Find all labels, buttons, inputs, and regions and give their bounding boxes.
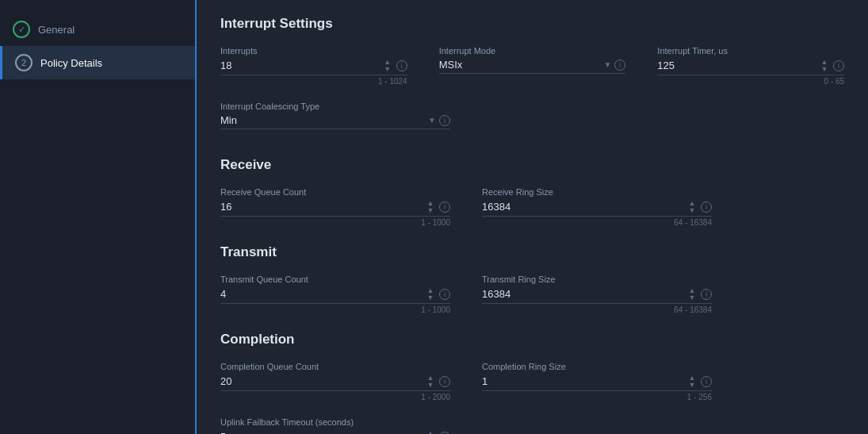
completion-ring-size-controls: ▲ ▼ i: [687, 374, 712, 388]
transmit-queue-count-range: 1 - 1000: [220, 305, 450, 314]
transmit-ring-size-up[interactable]: ▲: [687, 287, 697, 294]
receive-queue-count-input[interactable]: [220, 201, 426, 213]
uplink-failback-timeout-spinner[interactable]: ▲ ▼: [426, 430, 435, 434]
interrupt-coalescing-type-range: [220, 131, 450, 140]
transmit-ring-size-range: 64 - 16384: [482, 305, 712, 314]
uplink-failback-timeout-up[interactable]: ▲: [426, 430, 435, 434]
completion-ring-size-up[interactable]: ▲: [687, 374, 697, 381]
transmit-queue-count-input-row: ▲ ▼ i: [220, 287, 450, 304]
uplink-failback-timeout-info-icon[interactable]: i: [439, 432, 450, 435]
interrupt-timer-range: 0 - 65: [657, 77, 844, 86]
interrupt-timer-controls: ▲ ▼ i: [820, 59, 844, 72]
receive-ring-size-up[interactable]: ▲: [687, 200, 697, 206]
transmit-queue-count-spinner[interactable]: ▲ ▼: [426, 287, 435, 301]
completion-queue-count-up[interactable]: ▲: [426, 374, 435, 381]
receive-ring-size-input[interactable]: [482, 201, 687, 213]
completion-ring-size-info-icon[interactable]: i: [701, 376, 712, 387]
interrupt-timer-spinner[interactable]: ▲ ▼: [820, 59, 829, 72]
interrupts-input[interactable]: [220, 60, 383, 71]
completion-queue-count-input[interactable]: [220, 375, 426, 387]
interrupt-mode-input-row: MSIx MSI INTx ▼ i: [439, 59, 626, 74]
transmit-queue-count-down[interactable]: ▼: [426, 294, 435, 301]
receive-ring-size-group: Receive Ring Size ▲ ▼ i 64 - 16384: [482, 187, 712, 238]
receive-queue-count-down[interactable]: ▼: [426, 207, 435, 213]
transmit-ring-size-input[interactable]: [482, 288, 687, 300]
completion-ring-size-range: 1 - 256: [482, 393, 712, 401]
interrupt-mode-info-icon[interactable]: i: [614, 60, 625, 71]
transmit-row-1: Transmit Queue Count ▲ ▼ i 1 - 1000 Tran…: [220, 275, 844, 325]
completion-section: Completion Completion Queue Count ▲ ▼ i …: [220, 332, 844, 434]
interrupt-mode-group: Interrupt Mode MSIx MSI INTx ▼ i: [439, 46, 626, 97]
receive-ring-size-controls: ▲ ▼ i: [687, 200, 712, 213]
receive-queue-count-label: Receive Queue Count: [220, 187, 450, 197]
receive-queue-count-spinner[interactable]: ▲ ▼: [426, 200, 435, 213]
interrupt-mode-label: Interrupt Mode: [439, 46, 626, 56]
interrupt-timer-input[interactable]: [657, 60, 820, 71]
completion-row-2: Uplink Failback Timeout (seconds) ▲ ▼ i …: [220, 417, 844, 434]
interrupt-timer-group: Interrupt Timer, us ▲ ▼ i 0 - 65: [657, 46, 844, 97]
interrupt-mode-dropdown-arrow: ▼: [603, 60, 611, 69]
completion-queue-count-label: Completion Queue Count: [220, 362, 450, 371]
interrupts-label: Interrupts: [220, 46, 407, 56]
interrupt-mode-range: [439, 75, 626, 84]
interrupts-group: Interrupts ▲ ▼ i 1 - 1024: [220, 46, 407, 97]
receive-ring-size-range: 64 - 16384: [482, 218, 712, 227]
receive-ring-size-spinner[interactable]: ▲ ▼: [687, 200, 697, 213]
interrupts-range: 1 - 1024: [220, 77, 407, 86]
interrupt-timer-label: Interrupt Timer, us: [657, 46, 844, 56]
completion-queue-count-input-row: ▲ ▼ i: [220, 374, 450, 391]
transmit-queue-count-up[interactable]: ▲: [426, 287, 435, 294]
uplink-failback-timeout-input[interactable]: [220, 431, 426, 434]
completion-queue-count-range: 1 - 2000: [220, 393, 450, 401]
transmit-ring-size-spinner[interactable]: ▲ ▼: [687, 287, 697, 301]
interrupt-coalescing-type-select[interactable]: Min Max Avg: [220, 114, 428, 126]
transmit-queue-count-input[interactable]: [220, 288, 426, 300]
uplink-failback-timeout-group: Uplink Failback Timeout (seconds) ▲ ▼ i …: [220, 417, 450, 434]
sidebar-item-policy-details[interactable]: 2 Policy Details: [0, 46, 195, 79]
interrupt-coalescing-type-label: Interrupt Coalescing Type: [220, 102, 450, 111]
sidebar: ✓ General 2 Policy Details: [0, 0, 197, 434]
receive-ring-size-input-row: ▲ ▼ i: [482, 200, 712, 217]
completion-queue-count-down[interactable]: ▼: [426, 382, 435, 388]
interrupts-info-icon[interactable]: i: [396, 60, 407, 71]
interrupt-timer-up-arrow[interactable]: ▲: [820, 59, 829, 65]
receive-queue-count-range: 1 - 1000: [220, 218, 450, 227]
transmit-queue-count-info-icon[interactable]: i: [439, 289, 450, 300]
completion-queue-count-spinner[interactable]: ▲ ▼: [426, 374, 435, 388]
completion-ring-size-input[interactable]: [482, 375, 687, 387]
receive-ring-size-down[interactable]: ▼: [687, 207, 697, 213]
transmit-ring-size-info-icon[interactable]: i: [701, 289, 712, 300]
receive-queue-count-info-icon[interactable]: i: [439, 202, 450, 213]
interrupt-mode-select[interactable]: MSIx MSI INTx: [439, 59, 604, 71]
number-icon: 2: [15, 54, 33, 71]
transmit-title: Transmit: [220, 244, 844, 260]
completion-ring-size-input-row: ▲ ▼ i: [482, 374, 712, 391]
receive-ring-size-info-icon[interactable]: i: [701, 202, 712, 213]
sidebar-item-general[interactable]: ✓ General: [0, 13, 195, 46]
interrupt-timer-info-icon[interactable]: i: [833, 60, 844, 71]
uplink-failback-timeout-input-row: ▲ ▼ i: [220, 430, 450, 434]
uplink-failback-timeout-controls: ▲ ▼ i: [426, 430, 450, 434]
receive-queue-count-group: Receive Queue Count ▲ ▼ i 1 - 1000: [220, 187, 450, 238]
interrupt-coalescing-type-group: Interrupt Coalescing Type Min Max Avg ▼ …: [220, 102, 450, 151]
receive-queue-count-input-row: ▲ ▼ i: [220, 200, 450, 217]
interrupt-timer-down-arrow[interactable]: ▼: [820, 66, 829, 72]
completion-ring-size-spinner[interactable]: ▲ ▼: [687, 374, 697, 388]
completion-queue-count-info-icon[interactable]: i: [439, 376, 450, 387]
main-content: Interrupt Settings Interrupts ▲ ▼ i 1 - …: [197, 0, 868, 434]
receive-ring-size-label: Receive Ring Size: [482, 187, 712, 197]
interrupt-settings-title: Interrupt Settings: [220, 16, 844, 32]
sidebar-item-policy-details-label: Policy Details: [40, 57, 102, 69]
completion-queue-count-group: Completion Queue Count ▲ ▼ i 1 - 2000: [220, 362, 450, 413]
interrupts-down-arrow[interactable]: ▼: [383, 66, 392, 72]
interrupts-up-arrow[interactable]: ▲: [383, 59, 392, 65]
completion-ring-size-group: Completion Ring Size ▲ ▼ i 1 - 256: [482, 362, 712, 413]
transmit-ring-size-down[interactable]: ▼: [687, 294, 697, 301]
completion-ring-size-down[interactable]: ▼: [687, 382, 697, 388]
interrupts-spinner[interactable]: ▲ ▼: [383, 59, 392, 72]
receive-queue-count-up[interactable]: ▲: [426, 200, 435, 206]
transmit-queue-count-controls: ▲ ▼ i: [426, 287, 450, 301]
interrupt-coalescing-type-info-icon[interactable]: i: [439, 115, 450, 126]
transmit-ring-size-label: Transmit Ring Size: [482, 275, 712, 284]
receive-section: Receive Receive Queue Count ▲ ▼ i 1 - 10…: [220, 157, 844, 238]
